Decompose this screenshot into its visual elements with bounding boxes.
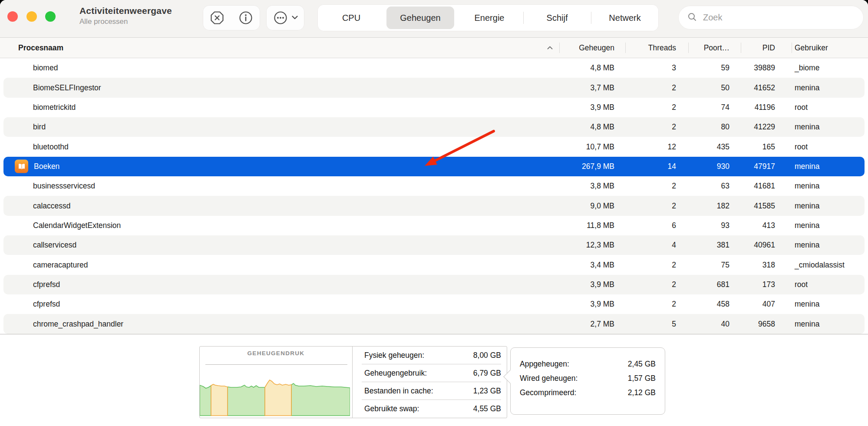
memory-stat-row: Gebruikte swap: 4,55 GB <box>353 400 507 418</box>
column-label: PID <box>762 43 775 53</box>
close-button[interactable] <box>7 11 18 22</box>
stat-value: 2,12 GB <box>628 388 656 397</box>
cell-threads: 2 <box>625 103 688 112</box>
minimize-button[interactable] <box>26 11 37 22</box>
column-label: Poort… <box>704 43 729 53</box>
books-app-icon <box>15 160 28 173</box>
memory-stats-list: Fysiek geheugen: 8,00 GB Geheugengebruik… <box>353 347 507 418</box>
column-header-gebruiker[interactable]: Gebruiker <box>792 38 868 58</box>
toolbar: Activiteitenweergave Alle processen <box>0 0 868 38</box>
table-row[interactable]: chrome_crashpad_handler 2,7 MB 5 40 9658… <box>0 314 868 334</box>
cell-threads: 2 <box>625 201 688 211</box>
cell-threads: 6 <box>625 221 688 230</box>
table-row[interactable]: cameracaptured 3,4 MB 2 75 318 _cmiodala… <box>0 255 868 274</box>
cell-user: root <box>792 142 868 152</box>
table-row[interactable]: biometrickitd 3,9 MB 2 74 41196 root <box>0 98 868 117</box>
cell-memory: 10,7 MB <box>559 142 625 152</box>
chevron-down-icon <box>291 14 298 22</box>
table-row[interactable]: Boeken 267,9 MB 14 930 47917 menina <box>0 157 868 176</box>
cell-process-name: BiomeSELFIngestor <box>3 83 559 92</box>
tab-label: Schijf <box>547 13 568 23</box>
cell-threads: 2 <box>625 280 688 289</box>
table-row[interactable]: BiomeSELFIngestor 3,7 MB 2 50 41652 meni… <box>0 78 868 97</box>
column-header-poorten[interactable]: Poort… <box>688 38 741 58</box>
cell-pid: 39889 <box>741 63 792 73</box>
more-options-button[interactable] <box>272 10 289 26</box>
info-circle-icon <box>238 10 253 25</box>
cell-user: root <box>792 280 868 289</box>
cell-memory: 267,9 MB <box>559 162 625 171</box>
cell-pid: 9658 <box>741 320 792 329</box>
cell-process-name: calaccessd <box>3 201 559 211</box>
tab-geheugen[interactable]: Geheugen <box>386 7 454 29</box>
cell-threads: 2 <box>625 122 688 132</box>
cell-threads: 3 <box>625 63 688 73</box>
table-row[interactable]: biomed 4,8 MB 3 59 39889 _biome <box>0 58 868 78</box>
stat-label: Bestanden in cache: <box>364 386 433 396</box>
cell-user: menina <box>792 241 868 250</box>
title-block: Activiteitenweergave Alle processen <box>79 6 172 26</box>
table-row[interactable]: cfprefsd 3,9 MB 2 681 173 root <box>0 275 868 294</box>
cell-ports: 80 <box>688 122 741 132</box>
column-header-threads[interactable]: Threads <box>625 38 688 58</box>
cell-process-name: biomed <box>3 63 559 73</box>
table-row[interactable]: cfprefsd 3,9 MB 2 458 407 menina <box>0 294 868 314</box>
table-row[interactable]: calaccessd 9,0 MB 2 182 41585 menina <box>0 196 868 215</box>
search-icon <box>687 12 697 23</box>
zoom-button[interactable] <box>45 11 56 22</box>
cell-process-name: cameracaptured <box>3 261 559 270</box>
cell-pid: 165 <box>741 142 792 152</box>
memory-stat-row: Fysiek geheugen: 8,00 GB <box>353 347 507 364</box>
tab-netwerk[interactable]: Netwerk <box>591 7 659 29</box>
table-row[interactable]: CalendarWidgetExtension 11,8 MB 6 93 413… <box>0 216 868 235</box>
tab-label: Netwerk <box>609 13 640 23</box>
cell-memory: 3,9 MB <box>559 103 625 112</box>
search-field[interactable] <box>678 6 864 30</box>
cell-user: _cmiodalassist <box>792 261 868 270</box>
cell-pid: 413 <box>741 221 792 230</box>
force-quit-button[interactable] <box>209 10 225 26</box>
cell-pid: 47917 <box>741 162 792 171</box>
column-header-pid[interactable]: PID <box>741 38 792 58</box>
process-table: biomed 4,8 MB 3 59 39889 _biome BiomeSEL… <box>0 58 868 334</box>
cell-memory: 12,3 MB <box>559 241 625 250</box>
stat-value: 6,79 GB <box>473 369 501 378</box>
memory-stat-row: Bestanden in cache: 1,23 GB <box>353 382 507 400</box>
memory-stat-row: Geheugengebruik: 6,79 GB <box>353 364 507 382</box>
cell-process-name: Boeken <box>3 162 559 171</box>
column-header-procesnaam[interactable]: Procesnaam <box>0 38 559 58</box>
cell-ports: 930 <box>688 162 741 171</box>
breakdown-stat-row: Wired geheugen: 1,57 GB <box>520 371 656 386</box>
table-row[interactable]: bluetoothd 10,7 MB 12 435 165 root <box>0 137 868 156</box>
cell-user: menina <box>792 83 868 92</box>
table-bottom-divider <box>0 334 868 334</box>
cell-memory: 3,4 MB <box>559 261 625 270</box>
cell-process-name: biometrickitd <box>3 103 559 112</box>
inspect-process-button[interactable] <box>238 10 254 26</box>
search-input[interactable] <box>702 12 859 23</box>
cell-process-name: chrome_crashpad_handler <box>3 320 559 329</box>
cell-process-name: callservicesd <box>3 241 559 250</box>
cell-user: menina <box>792 201 868 211</box>
table-row[interactable]: bird 4,8 MB 2 80 41229 menina <box>0 117 868 137</box>
memory-pressure-chart <box>200 366 350 417</box>
memory-pressure-title: GEHEUGENDRUK <box>200 350 352 357</box>
column-label: Geheugen <box>579 43 614 53</box>
cell-user: menina <box>792 221 868 230</box>
tab-energie[interactable]: Energie <box>455 7 523 29</box>
cell-pid: 407 <box>741 300 792 309</box>
window-subtitle: Alle processen <box>79 17 172 26</box>
stat-label: Gecomprimeerd: <box>520 388 576 397</box>
tab-cpu[interactable]: CPU <box>317 7 385 29</box>
stat-value: 1,57 GB <box>628 374 656 383</box>
table-row[interactable]: callservicesd 12,3 MB 4 381 40961 menina <box>0 235 868 255</box>
cell-ports: 681 <box>688 280 741 289</box>
cell-ports: 50 <box>688 83 741 92</box>
stat-value: 8,00 GB <box>473 351 501 360</box>
table-row[interactable]: businessservicesd 3,8 MB 2 63 41681 meni… <box>0 176 868 196</box>
tab-schijf[interactable]: Schijf <box>523 7 591 29</box>
cell-pid: 41585 <box>741 201 792 211</box>
cell-process-name: CalendarWidgetExtension <box>3 221 559 230</box>
column-header-geheugen[interactable]: Geheugen <box>559 38 625 58</box>
cell-memory: 9,0 MB <box>559 201 625 211</box>
